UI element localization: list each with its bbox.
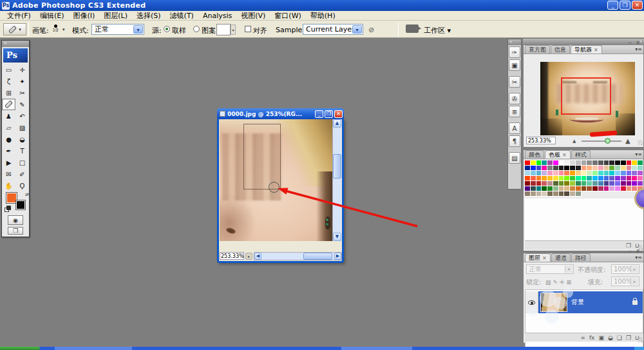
bridge-icon[interactable] xyxy=(406,24,419,33)
layer-mask-icon[interactable]: ▣ xyxy=(598,335,604,341)
color-swatch-6[interactable] xyxy=(559,160,565,166)
character-panel-button[interactable]: A xyxy=(509,122,520,134)
color-swatch-55[interactable] xyxy=(598,171,604,176)
color-swatch-113[interactable] xyxy=(570,186,576,191)
menu-item-5[interactable]: 滤镜(T) xyxy=(166,11,198,21)
scroll-left-icon[interactable]: ◀ xyxy=(254,253,261,260)
color-swatch-61[interactable] xyxy=(632,171,638,176)
paragraph-panel-button[interactable]: ¶ xyxy=(509,135,520,147)
color-swatch-85[interactable] xyxy=(531,181,536,186)
color-swatch-37[interactable] xyxy=(615,166,621,171)
color-swatch-122[interactable] xyxy=(621,186,627,191)
start-button[interactable] xyxy=(0,347,40,350)
color-swatch-115[interactable] xyxy=(582,186,587,191)
navigator-proxy-view-box[interactable] xyxy=(561,77,611,115)
menu-item-4[interactable]: 选择(S) xyxy=(132,11,166,21)
color-swatch-62[interactable] xyxy=(638,171,643,176)
color-swatch-11[interactable] xyxy=(587,160,592,166)
brushes-panel-button[interactable]: ✑ xyxy=(509,46,520,58)
layer-visibility-toggle[interactable] xyxy=(526,291,538,313)
dock-collapse-icon[interactable]: « xyxy=(508,39,521,45)
color-swatch-81[interactable] xyxy=(627,176,632,181)
vertical-scrollbar[interactable]: ▲ ▼ xyxy=(332,119,341,241)
color-swatch-38[interactable] xyxy=(621,166,627,171)
color-swatch-71[interactable] xyxy=(570,176,576,181)
document-canvas[interactable] xyxy=(220,119,333,241)
type-tool[interactable]: T xyxy=(15,145,29,157)
color-swatch-100[interactable] xyxy=(615,181,621,186)
color-swatch-68[interactable] xyxy=(553,176,559,181)
color-swatch-15[interactable] xyxy=(609,160,615,166)
color-swatch-111[interactable] xyxy=(559,186,565,191)
toolbox-collapse-icon[interactable]: « xyxy=(2,41,29,47)
color-swatch-119[interactable] xyxy=(604,186,610,191)
lock-position-icon[interactable]: ✛ xyxy=(560,279,565,286)
zoom-level-field[interactable]: 253.33% xyxy=(220,252,244,260)
eraser-tool[interactable]: ▱ xyxy=(2,122,15,133)
color-swatch-12[interactable] xyxy=(592,160,598,166)
color-swatch-74[interactable] xyxy=(587,176,592,181)
navigator-panel-menu-icon[interactable]: ▾≡ xyxy=(635,46,642,52)
lock-pixels-icon[interactable]: ✎ xyxy=(553,279,558,286)
panel-column-collapse-icon[interactable]: » xyxy=(523,39,644,44)
screen-mode-button[interactable]: ❒ xyxy=(8,227,23,235)
color-swatch-7[interactable] xyxy=(564,160,570,166)
color-swatch-18[interactable] xyxy=(627,160,632,166)
color-swatch-103[interactable] xyxy=(632,181,638,186)
color-swatch-19[interactable] xyxy=(632,160,638,166)
navigator-tab-直方图[interactable]: 直方图 xyxy=(525,45,550,53)
menu-item-8[interactable]: 窗口(W) xyxy=(270,11,305,21)
swatches-tab-色板[interactable]: 色板× xyxy=(545,150,571,159)
color-swatch-36[interactable] xyxy=(609,166,615,171)
color-swatch-72[interactable] xyxy=(576,176,582,181)
color-swatch-50[interactable] xyxy=(570,171,576,176)
color-swatch-101[interactable] xyxy=(621,181,627,186)
color-swatch-34[interactable] xyxy=(598,166,604,171)
styles-panel-button[interactable]: ✇ xyxy=(509,93,520,104)
mode-select[interactable]: 正常▾ xyxy=(91,24,144,35)
background-color-chip[interactable] xyxy=(16,200,25,209)
healing-brush-tool[interactable] xyxy=(2,99,15,110)
color-swatch-32[interactable] xyxy=(587,166,592,171)
color-swatch-107[interactable] xyxy=(536,186,542,191)
color-swatch-64[interactable] xyxy=(531,176,536,181)
layer-comps-panel-button[interactable]: ≣ xyxy=(509,106,520,117)
color-swatch-120[interactable] xyxy=(609,186,615,191)
color-swatch-123[interactable] xyxy=(627,186,632,191)
layer-row-background[interactable]: 背景 xyxy=(526,291,643,313)
close-tab-icon[interactable]: × xyxy=(542,255,547,261)
dodge-tool[interactable]: ◒ xyxy=(15,133,29,145)
fill-field[interactable]: 100%▸ xyxy=(611,277,639,286)
gradient-tool[interactable]: ▨ xyxy=(15,122,29,133)
workspace-button[interactable]: 工作区 ▾ xyxy=(424,26,451,35)
color-swatch-104[interactable] xyxy=(638,181,643,186)
scroll-up-icon[interactable]: ▲ xyxy=(333,119,341,128)
color-swatch-2[interactable] xyxy=(536,160,542,166)
path-selection-tool[interactable]: ▶ xyxy=(2,157,15,168)
color-swatch-1[interactable] xyxy=(531,160,536,166)
color-swatch-22[interactable] xyxy=(531,166,536,171)
color-swatch-132[interactable] xyxy=(559,191,565,197)
lasso-tool[interactable]: ζ xyxy=(2,75,15,87)
color-swatch-79[interactable] xyxy=(615,176,621,181)
color-swatch-47[interactable] xyxy=(553,171,559,176)
color-swatch-53[interactable] xyxy=(587,171,592,176)
sample-select[interactable]: Current Layer▾ xyxy=(303,24,363,35)
hand-tool[interactable]: ✋ xyxy=(2,180,15,191)
color-swatch-110[interactable] xyxy=(553,186,559,191)
hscroll-thumb[interactable] xyxy=(303,253,333,260)
zoom-in-icon[interactable]: ▲ xyxy=(625,137,630,144)
zoom-out-icon[interactable]: ▲ xyxy=(573,139,576,144)
color-swatch-87[interactable] xyxy=(542,181,547,186)
adjustment-layer-icon[interactable]: ◒ xyxy=(608,335,613,341)
color-swatch-0[interactable] xyxy=(525,160,531,166)
histogram-panel-button[interactable]: ▤ xyxy=(509,152,520,164)
document-title-bar[interactable]: 0000.jpg @ 253%(RG... _ ❐ ✕ xyxy=(217,108,344,119)
swatches-panel-menu-icon[interactable]: ▾≡ xyxy=(635,151,642,157)
color-swatch-54[interactable] xyxy=(592,171,598,176)
color-swatch-106[interactable] xyxy=(531,186,536,191)
blur-tool[interactable]: ● xyxy=(2,133,15,145)
color-swatch-133[interactable] xyxy=(564,191,570,197)
color-swatch-86[interactable] xyxy=(536,181,542,186)
color-swatch-89[interactable] xyxy=(553,181,559,186)
